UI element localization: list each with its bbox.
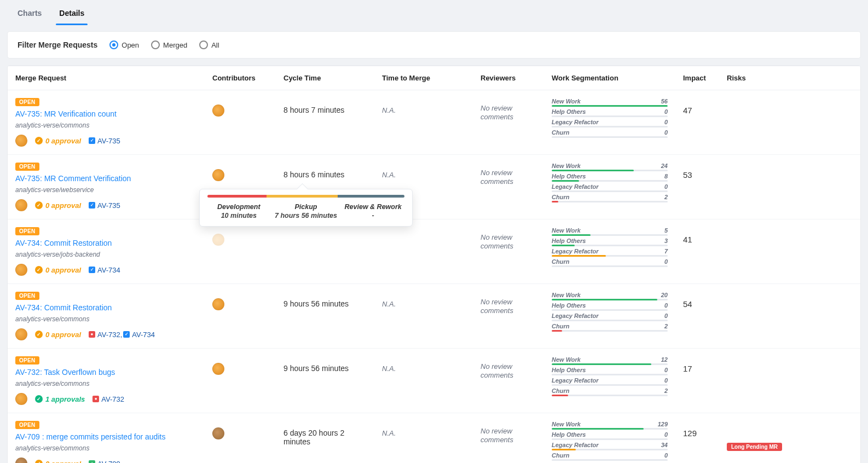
approval-indicator[interactable]: ✓0 approval <box>35 266 81 274</box>
approval-text: 0 approval <box>45 331 81 339</box>
risk-badge[interactable]: Long Pending MR <box>727 443 782 451</box>
time-to-merge-value: N.A. <box>382 300 396 308</box>
impact-value: 53 <box>683 170 692 180</box>
seg-value: 2 <box>664 323 668 329</box>
author-avatar[interactable] <box>15 328 27 340</box>
mr-title-link[interactable]: AV-735: MR Verification count <box>15 109 197 118</box>
table-row: OPENAV-734: Commit Restorationanalytics-… <box>8 284 860 349</box>
issue-link[interactable]: ✓AV-734 <box>89 266 120 274</box>
col-time-to-merge[interactable]: Time to Merge <box>374 66 473 90</box>
table-row: OPENAV-734: Commit Restorationanalytics-… <box>8 219 860 284</box>
issue-type-icon: ● <box>92 396 99 402</box>
seg-value: 0 <box>664 108 668 115</box>
status-badge-open: OPEN <box>15 227 39 235</box>
filter-label: Filter Merge Requests <box>18 40 97 49</box>
issue-link[interactable]: ✓AV-734 <box>123 331 155 339</box>
tooltip-phase-value: 7 hours 56 minutes <box>275 212 338 219</box>
contributor-avatar[interactable] <box>212 105 224 117</box>
seg-label: New Work <box>552 356 581 363</box>
table-row: OPENAV-735: MR Verification countanalyti… <box>8 90 860 155</box>
col-cycle-time[interactable]: Cycle Time <box>276 66 374 90</box>
work-segmentation: New Work24Help Others8Legacy Refactor0Ch… <box>552 163 668 202</box>
seg-label: Help Others <box>552 302 586 309</box>
contributor-avatar[interactable] <box>212 363 224 375</box>
approval-indicator[interactable]: ✓0 approval <box>35 137 81 145</box>
tooltip-phase-title: Development <box>207 203 270 211</box>
issue-link[interactable]: ●AV-732, <box>89 331 122 339</box>
seg-label: Churn <box>552 194 569 200</box>
col-risks[interactable]: Risks <box>719 66 860 90</box>
issue-link[interactable]: ✓AV-735 <box>89 201 120 210</box>
approval-indicator[interactable]: ✓1 approvals <box>35 395 85 403</box>
table-panel: Merge Request Contributors Cycle Time Ti… <box>8 66 860 463</box>
seg-label: Help Others <box>552 367 586 373</box>
approval-indicator[interactable]: ✓0 approval <box>35 460 81 464</box>
author-avatar[interactable] <box>15 393 27 405</box>
col-reviewers[interactable]: Reviewers <box>473 66 544 90</box>
seg-value: 2 <box>664 194 668 200</box>
seg-label: Churn <box>552 387 569 394</box>
filter-radio-open[interactable]: Open <box>109 40 139 49</box>
mr-title-link[interactable]: AV-734: Commit Restoration <box>15 303 197 312</box>
seg-value: 0 <box>664 367 668 373</box>
mr-repo: analytics-verse/commons <box>15 315 197 323</box>
time-to-merge-value: N.A. <box>382 429 396 437</box>
issue-links: ●AV-732 <box>92 395 124 403</box>
author-avatar[interactable] <box>15 264 27 276</box>
seg-value: 56 <box>661 98 668 105</box>
tab-details[interactable]: Details <box>58 5 85 24</box>
issue-link[interactable]: ↑AV-709 <box>89 460 120 464</box>
filter-panel: Filter Merge Requests OpenMergedAll <box>8 32 860 58</box>
author-avatar[interactable] <box>15 458 27 463</box>
status-badge-open: OPEN <box>15 356 39 364</box>
impact-value: 41 <box>683 235 692 244</box>
contributor-avatar[interactable] <box>212 234 224 246</box>
seg-value: 34 <box>661 442 668 448</box>
tab-bar: Charts Details <box>0 0 868 24</box>
approval-text: 1 approvals <box>45 395 85 403</box>
col-contributors[interactable]: Contributors <box>205 66 276 90</box>
seg-label: Legacy Refactor <box>552 377 599 384</box>
status-badge-open: OPEN <box>15 98 39 106</box>
contributor-avatar[interactable] <box>212 169 224 181</box>
seg-label: Churn <box>552 323 569 329</box>
filter-radio-all[interactable]: All <box>199 40 219 49</box>
issue-link[interactable]: ●AV-732 <box>92 395 124 403</box>
seg-value: 24 <box>661 163 668 169</box>
reviewers-value: No review comments <box>481 169 513 186</box>
col-impact[interactable]: Impact <box>675 66 719 90</box>
mr-title-link[interactable]: AV-732: Task Overflown bugs <box>15 368 197 377</box>
contributor-avatar[interactable] <box>212 298 224 310</box>
seg-label: Legacy Refactor <box>552 248 599 254</box>
col-work-segmentation[interactable]: Work Segmentation <box>544 66 675 90</box>
issue-type-icon: ✓ <box>89 202 95 209</box>
contributor-avatar[interactable] <box>212 427 224 439</box>
seg-label: New Work <box>552 421 581 427</box>
seg-value: 0 <box>664 183 668 190</box>
seg-value: 0 <box>664 129 668 136</box>
issue-link[interactable]: ✓AV-735 <box>89 137 120 145</box>
cycle-time-value: 9 hours 56 minutes <box>276 284 374 349</box>
issue-label: AV-734 <box>132 331 155 339</box>
cycle-time-value: 9 hours 56 minutes <box>276 349 374 413</box>
approval-indicator[interactable]: ✓0 approval <box>35 331 81 339</box>
status-badge-open: OPEN <box>15 292 39 300</box>
seg-value: 12 <box>661 356 668 363</box>
impact-value: 17 <box>683 364 692 373</box>
table-header-row: Merge Request Contributors Cycle Time Ti… <box>8 66 860 90</box>
author-avatar[interactable] <box>15 199 27 211</box>
tab-charts[interactable]: Charts <box>16 5 43 24</box>
mr-title-link[interactable]: AV-709 : merge commits persisted for aud… <box>15 432 197 441</box>
mr-repo: analytics-verse/webservice <box>15 186 197 194</box>
issue-type-icon: ↑ <box>89 460 95 463</box>
mr-title-link[interactable]: AV-735: MR Comment Verification <box>15 174 197 183</box>
approval-text: 0 approval <box>45 137 81 145</box>
filter-radio-merged[interactable]: Merged <box>151 40 187 49</box>
author-avatar[interactable] <box>15 135 27 147</box>
check-circle-icon: ✓ <box>35 201 43 209</box>
issue-label: AV-709 <box>97 460 120 464</box>
approval-indicator[interactable]: ✓0 approval <box>35 201 81 210</box>
seg-value: 0 <box>664 312 668 319</box>
mr-title-link[interactable]: AV-734: Commit Restoration <box>15 239 197 247</box>
col-merge-request[interactable]: Merge Request <box>8 66 205 90</box>
